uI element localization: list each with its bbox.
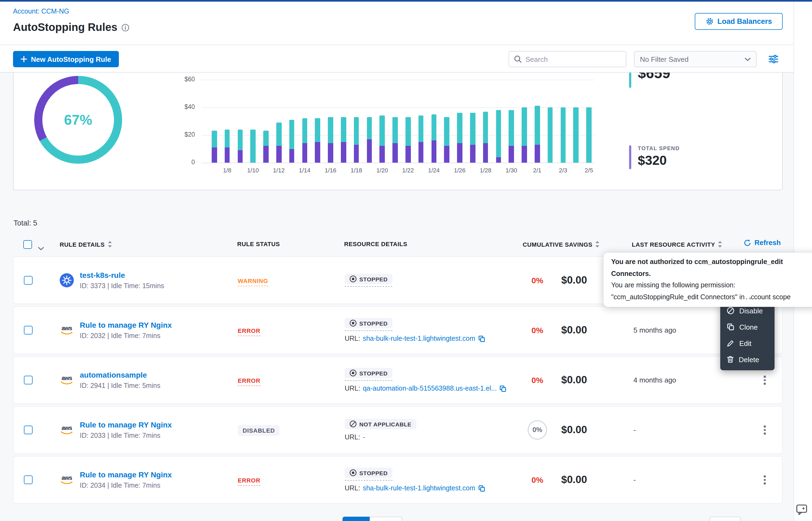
last-activity: - [634, 426, 636, 434]
aws-icon: aws [60, 423, 74, 437]
savings-amount: $0.00 [561, 274, 587, 286]
savings-amount: $0.00 [561, 374, 587, 386]
x-axis-labels: 1/81/101/121/141/161/181/201/221/241/261… [201, 167, 594, 175]
context-menu-edit[interactable]: Edit [720, 335, 774, 351]
search-box [509, 51, 626, 67]
stop-circle-icon [349, 275, 357, 282]
stop-circle-icon [349, 469, 357, 476]
resource-state-badge[interactable]: STOPPED [345, 468, 392, 481]
permission-tooltip: You are not authorized to ccm_autostoppi… [603, 253, 812, 307]
total-spend-legend-bar [629, 145, 631, 169]
search-input[interactable] [526, 55, 621, 63]
status-badge[interactable]: ERROR [238, 327, 260, 336]
kebab-menu-icon[interactable] [762, 424, 768, 437]
rule-name-link[interactable]: Rule to manage RY Nginx [80, 470, 172, 479]
column-label: CUMULATIVE SAVINGS [523, 241, 593, 248]
context-menu-clone[interactable]: Clone [720, 319, 774, 335]
clone-icon [727, 323, 734, 331]
y-axis-tick: 0 [168, 159, 195, 165]
donut-chart: 67% [34, 76, 122, 164]
resource-state-badge[interactable]: STOPPED [345, 318, 392, 331]
total-savings-legend-bar [629, 73, 631, 88]
filter-panel-icon[interactable] [766, 52, 781, 66]
edit-icon [727, 339, 734, 347]
column-label: RULE DETAILS [60, 241, 105, 248]
status-badge[interactable]: ERROR [238, 377, 260, 386]
rule-meta: ID: 3373 | Idle Time: 15mins [80, 282, 164, 290]
info-icon[interactable] [122, 24, 129, 31]
aws-icon: aws [60, 473, 74, 487]
copy-icon[interactable] [478, 485, 485, 492]
y-axis-tick: $40 [168, 104, 195, 110]
savings-percent: 0% [518, 325, 556, 335]
rule-name-link[interactable]: Rule to manage RY Nginx [80, 421, 172, 429]
column-label: LAST RESOURCE ACTIVITY [632, 241, 715, 248]
chevron-down-icon [745, 57, 751, 61]
select-all-checkbox[interactable] [23, 240, 32, 249]
resource-url-link[interactable]: sha-bulk-rule-test-1.lightwingtest.com [363, 484, 475, 492]
pagination-next-page[interactable] [370, 517, 402, 521]
context-menu-delete[interactable]: Delete [720, 351, 774, 367]
resource-state-badge[interactable]: STOPPED [345, 368, 392, 381]
total-savings-value: $659 [638, 73, 670, 82]
copy-icon[interactable] [478, 335, 485, 342]
gear-icon [705, 17, 713, 25]
state-label: STOPPED [359, 276, 387, 282]
rule-meta: ID: 2032 | Idle Time: 7mins [80, 332, 172, 340]
bulk-actions-chevron-icon[interactable] [38, 243, 44, 253]
plus-icon [21, 56, 27, 62]
resource-url-link[interactable]: qa-automation-alb-515563988.us-east-1.el… [363, 385, 497, 392]
kebab-menu-icon[interactable] [762, 373, 768, 387]
tooltip-line-3: "ccm_autoStoppingRule_edit Connectors" i… [611, 291, 812, 303]
gridline [201, 80, 594, 80]
resource-state-badge[interactable]: STOPPED [345, 274, 392, 287]
rule-name-link[interactable]: automationsample [80, 370, 161, 379]
status-badge: DISABLED [238, 425, 280, 436]
chat-help-icon[interactable] [794, 502, 809, 517]
tooltip-line-2: You are missing the following permission… [611, 280, 812, 291]
row-checkbox[interactable] [24, 426, 33, 434]
table-row: aws Rule to manage RY Nginx ID: 2034 | I… [13, 456, 783, 504]
disable-icon [727, 307, 734, 314]
rule-name-link[interactable]: Rule to manage RY Nginx [80, 321, 172, 330]
column-label: RULE STATUS [237, 241, 280, 247]
resource-state-badge[interactable]: NOT APPLICABLE [345, 419, 416, 430]
row-context-menu: Disable Clone Edit Delete [720, 300, 774, 370]
resource-url-link[interactable]: sha-bulk-rule-test-1.lightwingtest.com [363, 335, 475, 342]
row-checkbox[interactable] [24, 376, 33, 384]
resource-url-link[interactable]: - [363, 433, 365, 441]
savings-amount: $0.00 [561, 324, 587, 336]
page-title: AutoStopping Rules [13, 21, 117, 33]
row-checkbox[interactable] [24, 276, 33, 285]
row-checkbox[interactable] [24, 326, 33, 335]
pagination-active-page[interactable] [342, 517, 370, 521]
status-badge[interactable]: ERROR [238, 477, 260, 486]
pagination-page-size[interactable] [709, 517, 741, 521]
window-top-accent [0, 0, 812, 2]
menu-item-label: Disable [739, 307, 763, 315]
saved-filter-dropdown[interactable]: No Filter Saved [634, 51, 756, 67]
slash-circle-icon [349, 421, 357, 428]
account-breadcrumb[interactable]: Account: CCM-NG [13, 7, 69, 15]
copy-icon[interactable] [499, 385, 507, 392]
refresh-icon [744, 239, 751, 246]
row-checkbox[interactable] [24, 475, 33, 484]
column-header-cumulative-savings[interactable]: CUMULATIVE SAVINGS [523, 241, 600, 248]
column-header-rule-details[interactable]: RULE DETAILS [60, 241, 112, 248]
refresh-button[interactable]: Refresh [744, 239, 781, 247]
url-label: URL: [345, 484, 360, 492]
savings-percent-ring: 0% [528, 420, 547, 440]
kebab-menu-icon[interactable] [762, 473, 768, 486]
stop-circle-icon [349, 320, 357, 327]
delete-icon [727, 356, 734, 363]
state-label: NOT APPLICABLE [359, 421, 411, 427]
rule-name-link[interactable]: test-k8s-rule [80, 271, 164, 279]
state-label: STOPPED [359, 370, 387, 376]
total-spend-label: TOTAL SPEND [638, 145, 680, 151]
column-header-last-resource-activity[interactable]: LAST RESOURCE ACTIVITY [632, 241, 723, 248]
donut-hole: 67% [42, 84, 114, 156]
load-balancers-button[interactable]: Load Balancers [695, 13, 783, 30]
savings-percent: 0% [518, 376, 556, 385]
new-autostopping-rule-button[interactable]: New AutoStopping Rule [13, 51, 119, 67]
status-badge[interactable]: WARNING [238, 277, 268, 286]
